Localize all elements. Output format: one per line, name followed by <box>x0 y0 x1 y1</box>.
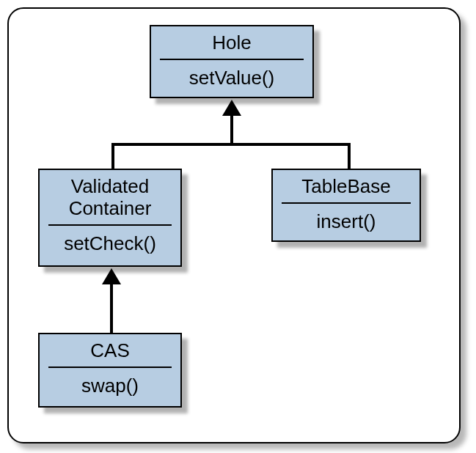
connector-hline <box>111 143 351 146</box>
class-method: setCheck() <box>40 226 180 262</box>
class-box-tablebase: TableBase insert() <box>271 169 421 242</box>
class-name-line: Validated <box>71 175 150 197</box>
class-name: Validated Container <box>40 170 180 224</box>
arrowhead-up-icon <box>222 100 241 116</box>
arrowhead-up-icon <box>102 268 121 284</box>
class-name: TableBase <box>273 170 420 202</box>
class-box-validated-container: Validated Container setCheck() <box>38 169 182 267</box>
class-method: setValue() <box>151 60 312 97</box>
diagram-frame: Hole setValue() Validated Container setC… <box>7 7 461 443</box>
class-method: insert() <box>273 204 420 240</box>
diagram-canvas: Hole setValue() Validated Container setC… <box>0 0 476 453</box>
connector-vline <box>110 284 113 334</box>
class-box-hole: Hole setValue() <box>150 25 314 98</box>
class-name: CAS <box>40 334 180 367</box>
connector-vline <box>348 143 351 169</box>
connector-vline <box>230 115 233 144</box>
class-name-line: Container <box>69 197 152 219</box>
class-method: swap() <box>40 368 180 405</box>
connector-vline <box>111 143 114 169</box>
class-box-cas: CAS swap() <box>38 333 182 408</box>
class-name: Hole <box>151 26 312 59</box>
